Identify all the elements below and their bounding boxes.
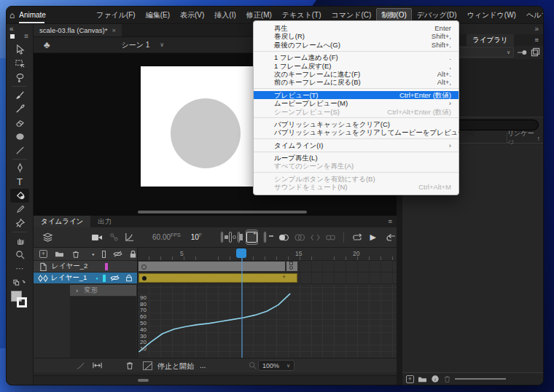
- edit-multiple-frames-button[interactable]: [310, 232, 321, 243]
- home-icon[interactable]: ⌂: [9, 10, 15, 20]
- menu-view[interactable]: 表示(V): [175, 8, 209, 23]
- tools-more-icon[interactable]: ⋯: [10, 262, 29, 275]
- frame-ruler[interactable]: 5 10 15 20: [138, 248, 397, 261]
- layer-parenting-button[interactable]: [109, 232, 120, 243]
- tool-zoom[interactable]: [10, 248, 29, 262]
- play-button[interactable]: ▶: [370, 232, 376, 242]
- stroke-color-swatch[interactable]: [17, 297, 27, 307]
- tool-pin[interactable]: [10, 216, 29, 230]
- ease-more-button[interactable]: ...: [200, 361, 206, 369]
- swap-default-colors[interactable]: [10, 275, 29, 289]
- menu-item-step-forward[interactable]: 1 フレーム進める(F).: [254, 53, 459, 61]
- ease-curve-tool-icon[interactable]: [76, 361, 85, 370]
- menu-item-clear-publish-cache[interactable]: パブリッシュキャッシュをクリア(C): [254, 120, 459, 128]
- current-frame-display[interactable]: 10F: [191, 232, 202, 241]
- delete-item-button[interactable]: [443, 375, 451, 383]
- auto-keyframe-button[interactable]: +: [246, 230, 258, 245]
- tool-fluid-brush[interactable]: [10, 88, 29, 102]
- highlight-layer-column-icon[interactable]: ●: [92, 252, 95, 256]
- layer1-color-swatch[interactable]: [103, 275, 106, 282]
- add-camera-button[interactable]: [91, 232, 103, 243]
- layer-row-layer1[interactable]: レイヤー_1 ●: [34, 273, 137, 284]
- lock-all-icon[interactable]: [129, 250, 137, 259]
- scene-name[interactable]: シーン 1: [122, 40, 150, 50]
- menu-edit[interactable]: 編集(E): [141, 8, 175, 23]
- property-expander-icon[interactable]: ›: [76, 286, 78, 294]
- expand-panel-icon[interactable]: »: [534, 25, 539, 33]
- new-folder-button[interactable]: [55, 250, 64, 258]
- new-library-panel-icon[interactable]: [531, 47, 540, 57]
- layer2-tween-span[interactable]: [138, 262, 285, 271]
- panel-menu-icon[interactable]: ≡: [24, 32, 28, 40]
- tool-line[interactable]: [10, 144, 29, 157]
- timeline-scrollbar[interactable]: [34, 375, 397, 385]
- tool-oval[interactable]: [10, 130, 29, 144]
- menu-item-clear-publish-cache-and-preview[interactable]: パブリッシュキャッシュをクリアしてムービーをプレビュー(D): [254, 128, 459, 136]
- layer-row-layer2[interactable]: レイヤー_2: [34, 261, 137, 273]
- menu-item-mute-sounds[interactable]: サウンドをミュート(N)Ctrl+Alt+M: [254, 183, 459, 191]
- ease-preview-toggle[interactable]: [143, 361, 152, 370]
- tab-output[interactable]: 出力: [90, 216, 119, 227]
- document-tab[interactable]: scale-03.fla (Canvas)* ×: [34, 24, 122, 36]
- new-layer-button[interactable]: +: [39, 250, 47, 258]
- menu-item-movie-preview[interactable]: ムービープレビュー(M)›: [254, 99, 459, 107]
- layer1-tween-span[interactable]: +: [138, 273, 297, 283]
- menu-item-play[interactable]: 再生Enter: [254, 24, 459, 32]
- tool-text[interactable]: T: [10, 175, 29, 189]
- menu-item-go-to-last-frame[interactable]: 最後のフレームへ(G)Shift+.: [254, 41, 459, 49]
- tool-lasso[interactable]: [10, 71, 29, 85]
- menu-window[interactable]: ウィンドウ(W): [462, 8, 521, 23]
- menu-help[interactable]: ヘルプ(H): [521, 8, 544, 23]
- scene-club-icon[interactable]: ♣: [44, 39, 50, 50]
- menu-item-step-backward[interactable]: 1 フレーム戻す(E),: [254, 62, 459, 70]
- frames-area[interactable]: 5 10 15 20: [138, 248, 397, 358]
- collapse-panel-icon[interactable]: «: [9, 25, 14, 33]
- insert-frame-button[interactable]: [238, 232, 240, 243]
- stage-circle-shape[interactable]: [171, 98, 241, 168]
- layer-depth-button[interactable]: [124, 232, 135, 243]
- item-properties-button[interactable]: i: [431, 375, 440, 383]
- stage-horizontal-scrollbar[interactable]: [138, 211, 307, 213]
- ease-zoom-icon[interactable]: [248, 361, 257, 370]
- outline-column-icon[interactable]: [102, 251, 106, 258]
- layer2-frames-row[interactable]: [138, 261, 397, 273]
- menu-item-enable-simple-buttons[interactable]: シンプルボタンを有効にする(B): [254, 175, 459, 183]
- tab-library[interactable]: ライブラリ: [467, 34, 514, 46]
- linkage-column-header[interactable]: リンケージ ↑: [507, 133, 540, 144]
- fps-display[interactable]: 60.00FPS: [152, 232, 181, 241]
- loop-playback-button[interactable]: [351, 232, 363, 243]
- layers-stack-icon[interactable]: [42, 232, 53, 243]
- insert-blank-keyframe-button[interactable]: [229, 232, 231, 243]
- ease-zoom-dropdown[interactable]: 100% ∨: [258, 360, 294, 371]
- menu-item-next-keyframe[interactable]: 次のキーフレームに進む(F)Alt+.: [254, 70, 459, 78]
- delete-layer-button[interactable]: [71, 250, 80, 259]
- menu-item-play-all-scenes[interactable]: すべてのシーンを再生(A): [254, 162, 459, 170]
- tool-classic-brush[interactable]: [10, 102, 29, 116]
- layer2-color-swatch[interactable]: [105, 263, 108, 270]
- tool-eraser[interactable]: [10, 116, 29, 130]
- tab-timeline[interactable]: タイムライン: [34, 216, 90, 227]
- modify-markers-button[interactable]: [325, 232, 336, 243]
- menu-item-scene-preview[interactable]: シーンプレビュー(S)Ctrl+Alt+Enter (数値): [254, 108, 459, 116]
- menu-item-previous-keyframe[interactable]: 前のキーフレームに戻る(B)Alt+,: [254, 78, 459, 86]
- menu-item-rewind[interactable]: 巻戻し(R)Shift+,: [254, 32, 459, 40]
- timeline-scroll-thumb[interactable]: [138, 379, 149, 382]
- layer2-span-end-cell[interactable]: [286, 262, 297, 271]
- menu-file[interactable]: ファイル(F): [91, 8, 141, 23]
- scene-chevron-down-icon[interactable]: ∨: [160, 42, 164, 48]
- tab-close-icon[interactable]: ×: [112, 26, 116, 34]
- library-panel-menu-icon[interactable]: ≡: [534, 34, 539, 46]
- insert-keyframe-button[interactable]: [221, 232, 223, 243]
- show-hide-all-icon[interactable]: [113, 250, 122, 258]
- new-symbol-button[interactable]: +: [406, 375, 414, 383]
- ease-graph[interactable]: 908070605040302010: [138, 284, 397, 358]
- tool-paint-bucket[interactable]: [10, 189, 29, 203]
- fit-to-view-button[interactable]: [92, 361, 103, 370]
- tool-hand[interactable]: [10, 234, 29, 248]
- onion-skin-outline-button[interactable]: [294, 232, 305, 243]
- tool-selection[interactable]: [10, 43, 29, 57]
- fill-stroke-swatches[interactable]: [11, 291, 28, 310]
- menu-item-timeline-submenu[interactable]: タイムライン(I)›: [254, 141, 459, 149]
- remove-frame-button[interactable]: [264, 232, 266, 243]
- tool-subselection[interactable]: [10, 57, 29, 71]
